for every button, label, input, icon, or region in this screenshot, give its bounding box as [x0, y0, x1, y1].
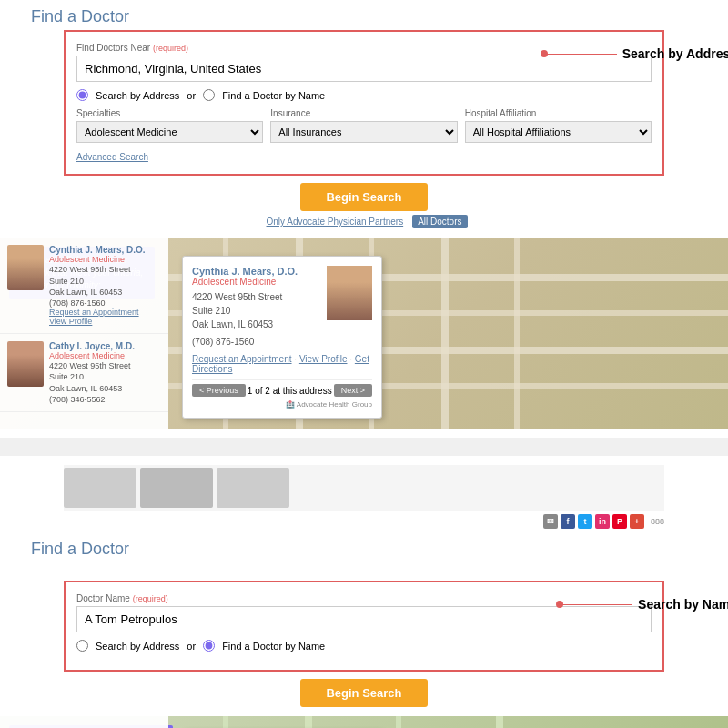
specialties-select[interactable]: Adolescent Medicine Cardiology All Speci…: [76, 121, 263, 143]
doctor-card-2[interactable]: Cathy I. Joyce, M.D. Adolescent Medicine…: [0, 334, 168, 412]
doctor-specialty-1: Adolescent Medicine: [49, 255, 146, 264]
annotation-name-label: Search by Name: [638, 597, 728, 612]
doctor-links-1: Request an Appointment View Profile: [49, 308, 146, 326]
share-label: 888: [651, 517, 664, 526]
insurance-group: Insurance All Insurances Blue Cross: [270, 108, 457, 143]
specialties-label: Specialties: [76, 108, 263, 118]
doctor-specialty-2: Adolescent Medicine: [49, 351, 135, 360]
radio-address-label: Search by Address: [96, 90, 179, 101]
radio-address[interactable]: [76, 89, 88, 101]
annotation-address-label: Search by Address: [622, 46, 728, 61]
email-icon[interactable]: ✉: [543, 514, 558, 529]
doctor-address-1: 4220 West 95th StreetSuite 210Oak Lawn, …: [49, 264, 146, 298]
map-background-1: 📍 Below are all doctors in our network t…: [0, 238, 728, 429]
appt-link-1[interactable]: Request an Appointment: [49, 308, 146, 317]
search-type-radios-2: Search by Address or Find a Doctor by Na…: [76, 640, 652, 652]
bottom-doctor-list: A Tom Petropulos, M.D. Cardiology 5151 W…: [0, 716, 168, 728]
filter-tabs: Only Advocate Physician Partners All Doc…: [64, 215, 664, 228]
map-popup-photo: [327, 266, 372, 320]
begin-search-button-1[interactable]: Begin Search: [300, 183, 427, 211]
radio-name-label: Find a Doctor by Name: [222, 90, 325, 101]
popup-prev-btn[interactable]: < Previous: [192, 384, 246, 397]
profile-link-1[interactable]: View Profile: [49, 317, 146, 326]
filter-selects: Specialties Adolescent Medicine Cardiolo…: [76, 108, 652, 143]
search-section-1: Find Doctors Near (required) Search by A…: [0, 30, 728, 228]
doctor-card-1[interactable]: Cynthia J. Mears, D.O. Adolescent Medici…: [0, 238, 168, 334]
doctor-photo-2: [7, 341, 44, 387]
or-label-2: or: [187, 641, 196, 652]
instagram-icon[interactable]: in: [595, 514, 610, 529]
doctor-name-2: Cathy I. Joyce, M.D.: [49, 341, 135, 351]
image-strip: [64, 465, 664, 511]
search-form-name: Doctor Name (required) Search by Address…: [64, 581, 664, 672]
radio-address-2[interactable]: [76, 640, 88, 652]
or-label: or: [187, 90, 196, 101]
popup-logo: 🏥 Advocate Health Group: [192, 400, 372, 409]
radio-name[interactable]: [203, 89, 215, 101]
gplus-icon[interactable]: +: [630, 514, 644, 529]
doctor-phone-2: (708) 346-5562: [49, 395, 135, 404]
hospital-select[interactable]: All Hospital Affiliations: [465, 121, 652, 143]
doctor-list-panel: Cynthia J. Mears, D.O. Adolescent Medici…: [0, 238, 168, 429]
filter-tab-all[interactable]: All Doctors: [412, 215, 467, 228]
doctor-photo-1: [7, 245, 44, 290]
popup-profile-link[interactable]: View Profile: [299, 354, 348, 364]
map-section-2: 📍 Below are all doctors in our network t…: [0, 716, 728, 728]
hospital-label: Hospital Affiliation: [465, 108, 652, 118]
filter-tab-partners[interactable]: Only Advocate Physician Partners: [261, 215, 410, 228]
radio-name-label-2: Find a Doctor by Name: [222, 641, 325, 652]
begin-search-button-2[interactable]: Begin Search: [300, 679, 427, 707]
map-popup-photo-img: [327, 266, 372, 320]
facebook-icon[interactable]: f: [561, 514, 575, 529]
insurance-select[interactable]: All Insurances Blue Cross: [270, 121, 457, 143]
section-divider: [0, 438, 728, 456]
doctor-info-2: Cathy I. Joyce, M.D. Adolescent Medicine…: [49, 341, 135, 404]
radio-address-label-2: Search by Address: [96, 641, 179, 652]
insurance-label: Insurance: [270, 108, 457, 118]
doctor-info-1: Cynthia J. Mears, D.O. Adolescent Medici…: [49, 245, 146, 326]
twitter-icon[interactable]: t: [578, 514, 592, 529]
map-popup-1: Cynthia J. Mears, D.O. Adolescent Medici…: [182, 256, 382, 419]
doctor-phone-1: (708) 876-1560: [49, 298, 146, 308]
popup-nav-info: 1 of 2 at this address: [248, 386, 332, 396]
map-popup-links: Request an Appointment · View Profile · …: [192, 354, 372, 374]
search-section-2: Doctor Name (required) Search by Address…: [0, 581, 728, 707]
doctor-address-2: 4220 West 95th StreetSuite 210Oak Lawn, …: [49, 360, 135, 395]
search-type-radios: Search by Address or Find a Doctor by Na…: [76, 89, 652, 101]
hospital-group: Hospital Affiliation All Hospital Affili…: [465, 108, 652, 143]
map-background-2: 📍 Below are all doctors in our network t…: [0, 716, 728, 728]
map-popup-phone: (708) 876-1560: [192, 335, 372, 349]
radio-name-2[interactable]: [203, 640, 215, 652]
social-bar: ✉ f t in P + 888: [0, 511, 728, 532]
advanced-search-link[interactable]: Advanced Search: [76, 152, 148, 162]
map-section-1: 📍 Below are all doctors in our network t…: [0, 238, 728, 429]
popup-next-btn[interactable]: Next >: [334, 384, 372, 397]
page-title-2: Find a Doctor: [0, 532, 728, 562]
annotation-address: Search by Address: [544, 46, 728, 61]
annotation-name: Search by Name: [560, 597, 728, 612]
page-title-1: Find a Doctor: [0, 0, 728, 30]
doctor-name-1: Cynthia J. Mears, D.O.: [49, 245, 146, 255]
popup-appt-link[interactable]: Request an Appointment: [192, 354, 292, 364]
specialties-group: Specialties Adolescent Medicine Cardiolo…: [76, 108, 263, 143]
pinterest-icon[interactable]: P: [612, 514, 627, 529]
map-popup-nav: < Previous 1 of 2 at this address Next >: [192, 379, 372, 397]
